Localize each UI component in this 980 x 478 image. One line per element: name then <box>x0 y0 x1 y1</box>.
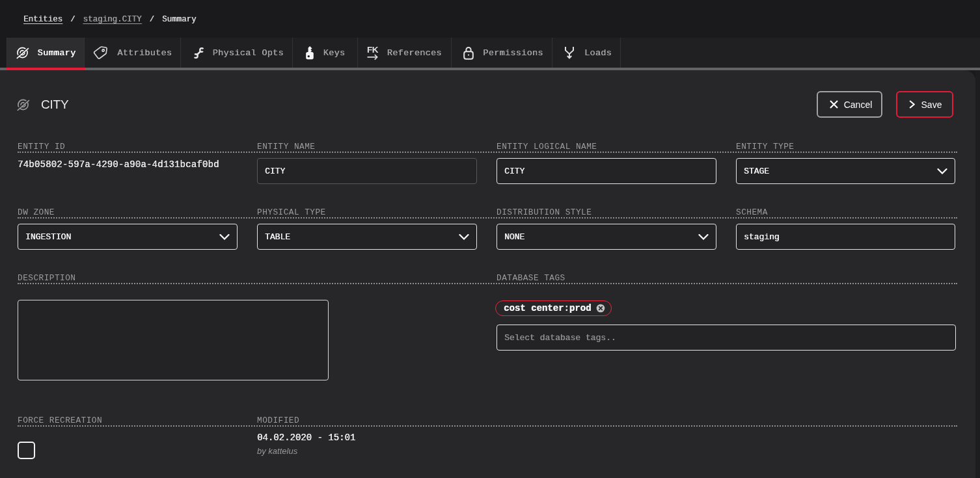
svg-text:FK: FK <box>367 45 379 55</box>
